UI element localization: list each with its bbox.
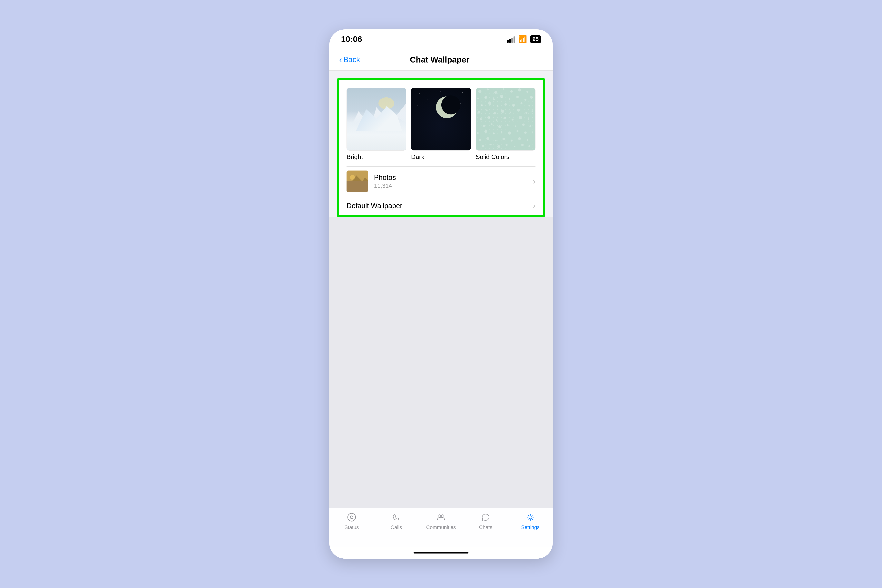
svg-point-49 <box>487 116 490 119</box>
svg-point-89 <box>350 516 353 519</box>
photos-thumbnail <box>346 171 368 192</box>
svg-point-38 <box>520 102 522 104</box>
wifi-icon: 📶 <box>518 35 527 44</box>
svg-point-31 <box>524 99 526 101</box>
svg-point-40 <box>477 111 480 114</box>
svg-point-64 <box>493 132 495 135</box>
photos-row-content: Photos 11,314 <box>374 174 533 189</box>
svg-point-6 <box>427 99 428 100</box>
back-button[interactable]: ‹ Back <box>339 55 360 64</box>
svg-point-30 <box>516 96 519 98</box>
svg-point-59 <box>515 126 516 127</box>
solid-label: Solid Colors <box>476 153 510 166</box>
back-chevron-icon: ‹ <box>339 55 342 64</box>
svg-point-19 <box>487 88 489 90</box>
solid-thumb <box>476 88 536 150</box>
tab-settings[interactable]: Settings <box>508 512 553 530</box>
signal-icon <box>507 36 515 43</box>
svg-point-36 <box>504 103 507 105</box>
default-wallpaper-row[interactable]: Default Wallpaper › <box>339 196 543 215</box>
photos-thumb-svg <box>346 171 368 192</box>
svg-point-23 <box>518 88 521 92</box>
svg-point-73 <box>502 138 505 140</box>
battery-badge: 95 <box>530 35 541 43</box>
svg-point-53 <box>519 116 522 119</box>
chats-icon <box>480 512 491 523</box>
svg-point-63 <box>484 130 487 133</box>
svg-point-74 <box>511 140 513 141</box>
svg-rect-85 <box>346 183 368 192</box>
tab-settings-label: Settings <box>521 524 540 530</box>
svg-point-80 <box>506 144 507 146</box>
gray-area <box>329 217 553 508</box>
svg-point-3 <box>378 98 394 110</box>
wallpaper-solid[interactable]: Solid Colors <box>476 88 536 166</box>
svg-point-71 <box>486 137 489 140</box>
home-bar <box>414 552 468 554</box>
home-indicator <box>329 547 553 559</box>
svg-point-35 <box>497 105 498 107</box>
wallpaper-grid: Bright <box>339 80 543 166</box>
svg-point-61 <box>530 125 531 127</box>
svg-point-10 <box>417 105 417 106</box>
svg-point-82 <box>521 144 524 146</box>
tab-bar: Status Calls Communities Chats <box>329 508 553 547</box>
svg-point-60 <box>522 123 525 126</box>
status-icons: 📶 95 <box>507 35 541 44</box>
svg-point-57 <box>498 125 501 128</box>
svg-point-21 <box>503 88 504 90</box>
svg-point-88 <box>348 513 356 521</box>
svg-point-54 <box>528 118 529 120</box>
wallpaper-bright[interactable]: Bright <box>346 88 406 166</box>
svg-point-75 <box>518 137 521 140</box>
svg-point-68 <box>524 132 526 134</box>
svg-point-9 <box>462 92 463 93</box>
status-icon <box>346 512 357 523</box>
bright-thumb <box>346 88 406 150</box>
svg-point-37 <box>512 104 515 106</box>
default-chevron-icon: › <box>533 201 536 210</box>
svg-rect-84 <box>346 171 368 192</box>
svg-point-42 <box>494 112 496 114</box>
svg-rect-17 <box>476 88 535 150</box>
svg-point-14 <box>425 109 425 110</box>
communities-icon <box>435 512 447 523</box>
svg-point-24 <box>526 91 528 93</box>
bright-label: Bright <box>346 153 363 166</box>
svg-point-20 <box>494 91 497 94</box>
settings-icon <box>525 512 536 523</box>
svg-point-26 <box>484 96 487 99</box>
svg-rect-0 <box>347 88 406 150</box>
svg-point-66 <box>508 132 511 135</box>
svg-point-43 <box>501 110 504 113</box>
svg-point-51 <box>503 117 506 119</box>
svg-point-41 <box>486 110 488 111</box>
svg-point-69 <box>532 132 533 133</box>
tab-calls-label: Calls <box>391 524 402 530</box>
svg-point-72 <box>495 140 496 141</box>
svg-point-52 <box>512 118 513 120</box>
tab-status[interactable]: Status <box>329 512 374 530</box>
svg-point-56 <box>491 123 492 125</box>
svg-point-77 <box>482 145 484 147</box>
svg-point-55 <box>483 125 485 127</box>
svg-point-27 <box>493 98 495 100</box>
svg-point-18 <box>478 90 482 93</box>
svg-point-16 <box>441 96 460 114</box>
svg-point-65 <box>501 131 502 133</box>
default-wallpaper-title: Default Wallpaper <box>346 202 533 210</box>
photos-row[interactable]: Photos 11,314 › <box>339 166 543 196</box>
calls-icon <box>391 512 402 523</box>
svg-point-32 <box>530 96 533 99</box>
bright-thumb-svg <box>347 88 406 150</box>
svg-point-47 <box>531 111 533 112</box>
svg-point-58 <box>507 124 508 126</box>
photos-chevron-icon: › <box>533 177 536 186</box>
tab-communities[interactable]: Communities <box>418 512 464 530</box>
tab-chats-label: Chats <box>479 524 492 530</box>
tab-calls[interactable]: Calls <box>374 512 418 530</box>
tab-chats[interactable]: Chats <box>464 512 508 530</box>
phone-frame: 10:06 📶 95 ‹ Back Chat Wallpaper <box>329 29 553 559</box>
wallpaper-dark[interactable]: Dark <box>411 88 471 166</box>
svg-point-50 <box>496 119 498 121</box>
